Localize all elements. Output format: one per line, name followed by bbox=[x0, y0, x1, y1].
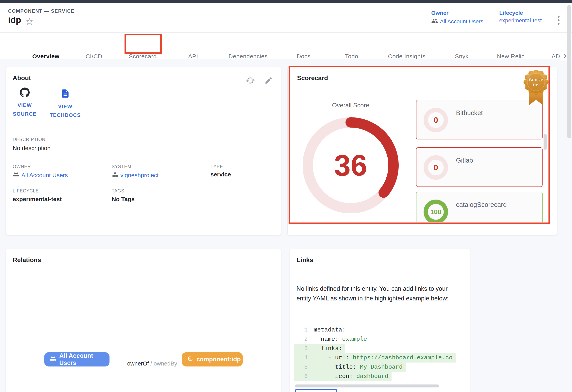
edge-label-ownerof: ownerOf bbox=[127, 360, 149, 367]
tab-strip: Overview CI/CD Scorecard API Dependencie… bbox=[0, 33, 560, 59]
score-entry-name: Gitlab bbox=[456, 157, 473, 164]
scorecard-entry-list: 0 Bitbucket 0 Gitlab 100 catalogScorecar… bbox=[416, 97, 546, 222]
score-donut: 100 bbox=[424, 199, 448, 222]
score-entry-catalogscorecard[interactable]: 100 catalogScorecard bbox=[416, 192, 542, 222]
header-owner-link[interactable]: All Account Users bbox=[431, 17, 483, 26]
tab-docs[interactable]: Docs bbox=[297, 53, 311, 59]
header-owner-value: All Account Users bbox=[440, 18, 483, 25]
relation-node-component-label: component:idp bbox=[196, 356, 241, 363]
tab-scorecard[interactable]: Scorecard bbox=[129, 53, 157, 59]
chip-icon bbox=[187, 355, 194, 363]
header-lifecycle-text: experimental-test bbox=[499, 17, 542, 24]
tab-code-insights[interactable]: Code Insights bbox=[388, 53, 426, 59]
people-icon bbox=[431, 17, 438, 26]
score-value: 100 bbox=[424, 199, 448, 222]
more-options-kebab-icon[interactable] bbox=[555, 14, 562, 26]
tab-snyk[interactable]: Snyk bbox=[455, 53, 469, 59]
overall-score-label: Overall Score bbox=[313, 102, 388, 109]
code-line-4: 4 - url: https://dashboard.example.co bbox=[294, 353, 465, 362]
type-value: service bbox=[210, 171, 231, 178]
owner-link[interactable]: All Account Users bbox=[13, 171, 68, 179]
tags-value: No Tags bbox=[112, 196, 135, 203]
breadcrumb: COMPONENT — SERVICE bbox=[8, 8, 75, 14]
page-title: idp bbox=[8, 15, 21, 25]
code-line-5: 5 title: My Dashboard bbox=[294, 362, 465, 372]
badge-line1: Bronze bbox=[529, 77, 543, 82]
overall-score-gauge: 36 bbox=[302, 117, 399, 213]
relation-edge-line bbox=[109, 359, 182, 359]
lifecycle-label: LIFECYCLE bbox=[13, 188, 39, 194]
window-top-bar bbox=[0, 0, 572, 3]
system-link[interactable]: vigneshproject bbox=[112, 171, 159, 179]
scorecard-card: Scorecard Overall Score 36 0 Bitbucket 0… bbox=[287, 67, 557, 235]
view-techdocs-label: VIEW TECHDOCS bbox=[47, 102, 84, 119]
view-techdocs-button[interactable]: VIEW TECHDOCS bbox=[47, 89, 84, 119]
entity-page: COMPONENT — SERVICE idp Owner All Accoun… bbox=[0, 0, 572, 392]
techdocs-document-icon bbox=[60, 89, 70, 98]
entity-tabs: Overview CI/CD Scorecard API Dependencie… bbox=[0, 33, 572, 59]
links-empty-message: No links defined for this entity. You ca… bbox=[297, 284, 462, 303]
tab-cicd[interactable]: CI/CD bbox=[86, 53, 102, 59]
overall-score-value: 36 bbox=[302, 117, 399, 213]
view-source-label: VIEW SOURCE bbox=[6, 101, 44, 118]
score-value: 0 bbox=[424, 108, 448, 132]
owner-value: All Account Users bbox=[21, 172, 68, 179]
relation-node-owner-label: All Account Users bbox=[59, 352, 104, 366]
page-scrollbar[interactable] bbox=[567, 5, 571, 138]
description-label: DESCRIPTION bbox=[13, 137, 46, 142]
view-source-button[interactable]: VIEW SOURCE bbox=[6, 87, 44, 118]
relation-node-owner[interactable]: All Account Users bbox=[44, 352, 110, 366]
system-label: SYSTEM bbox=[112, 164, 131, 169]
tab-overview[interactable]: Overview bbox=[32, 53, 59, 59]
tab-overflow-cut[interactable]: AD bbox=[552, 53, 560, 59]
code-line-2: 2 name: example bbox=[294, 335, 465, 344]
score-list-scrollbar[interactable] bbox=[543, 134, 547, 150]
type-label: TYPE bbox=[210, 164, 223, 169]
links-title: Links bbox=[297, 256, 313, 264]
owner-label: OWNER bbox=[13, 164, 31, 169]
code-line-6: 6 icon: dashboard bbox=[294, 372, 465, 381]
about-card: About VIEW SOURCE VIEW TECHDOCS DESCRIPT… bbox=[6, 67, 281, 235]
tab-dependencies[interactable]: Dependencies bbox=[228, 53, 268, 59]
description-value: No description bbox=[13, 145, 51, 151]
lifecycle-value: experimental-test bbox=[13, 196, 62, 203]
links-card: Links No links defined for this entity. … bbox=[290, 249, 470, 392]
relation-edge-label: ownerOf / ownedBy bbox=[123, 360, 182, 367]
score-donut: 0 bbox=[424, 108, 448, 132]
system-category-icon bbox=[112, 171, 118, 179]
tab-api[interactable]: API bbox=[188, 53, 198, 59]
code-horizontal-scrollbar[interactable] bbox=[295, 384, 439, 388]
tab-new-relic[interactable]: New Relic bbox=[497, 53, 524, 59]
score-donut: 0 bbox=[424, 155, 448, 180]
score-entry-gitlab[interactable]: 0 Gitlab bbox=[416, 147, 542, 187]
code-line-3: 3 links: bbox=[294, 344, 465, 353]
about-title: About bbox=[13, 74, 31, 82]
refresh-icon[interactable] bbox=[246, 76, 255, 85]
relations-card: Relations All Account Users component:id… bbox=[6, 249, 281, 392]
favorite-star-icon[interactable] bbox=[25, 17, 34, 26]
header-owner-label: Owner bbox=[431, 10, 448, 16]
edge-label-ownedby: ownedBy bbox=[154, 360, 177, 367]
header-lifecycle-label: Lifecycle bbox=[499, 10, 523, 16]
tab-todo[interactable]: Todo bbox=[345, 53, 358, 59]
links-action-button-cut[interactable] bbox=[295, 389, 337, 392]
score-entry-name: catalogScorecard bbox=[456, 201, 507, 209]
people-icon bbox=[13, 171, 19, 179]
system-value: vigneshproject bbox=[120, 172, 159, 179]
edge-label-separator: / bbox=[149, 360, 154, 367]
github-icon bbox=[20, 87, 30, 97]
score-value: 0 bbox=[424, 155, 448, 180]
code-line-1: 1metadata: bbox=[294, 325, 465, 335]
people-icon bbox=[49, 355, 57, 364]
tags-label: TAGS bbox=[112, 188, 124, 194]
scorecard-title: Scorecard bbox=[297, 74, 328, 82]
edit-pencil-icon[interactable] bbox=[264, 76, 273, 85]
header-lifecycle-value: experimental-test bbox=[499, 17, 542, 24]
yaml-code-block: 1metadata: 2 name: example 3 links: 4 - … bbox=[294, 325, 465, 381]
relation-node-component[interactable]: component:idp bbox=[182, 352, 243, 366]
score-entry-name: Bitbucket bbox=[456, 109, 483, 117]
badge-line2: Tier bbox=[532, 82, 540, 87]
bronze-tier-badge: Bronze Tier bbox=[523, 70, 549, 107]
entity-header: COMPONENT — SERVICE idp Owner All Accoun… bbox=[0, 3, 572, 33]
relations-title: Relations bbox=[13, 256, 41, 264]
